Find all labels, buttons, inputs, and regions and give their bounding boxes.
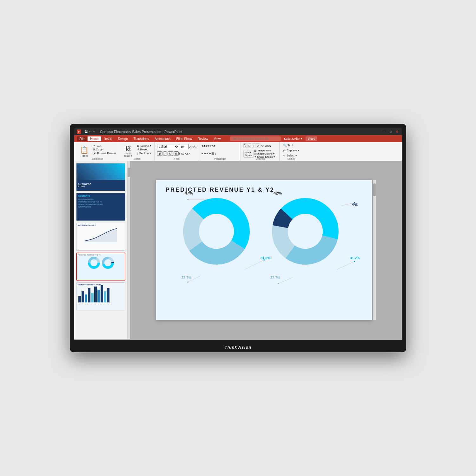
tab-review[interactable]: Review (195, 136, 211, 141)
copy-icon: ⎘ (93, 148, 95, 151)
line-tool[interactable]: ╲ (243, 143, 247, 148)
font-case-button[interactable]: Aa (185, 152, 188, 155)
rect-tool[interactable]: □ (248, 143, 251, 148)
tab-file[interactable]: File (77, 136, 87, 141)
convert-smartart-button[interactable]: ⟳SA (210, 145, 215, 148)
new-slide-button[interactable]: 🖼 New Slide ▾ (122, 145, 135, 159)
quick-styles-button[interactable]: Quick Styles (243, 150, 254, 158)
tab-design[interactable]: Design (116, 136, 130, 141)
svg-point-29 (278, 283, 279, 284)
tab-transitions[interactable]: Transitions (131, 136, 152, 141)
slide-thumb-wrapper-4: 4 PREDICTED REVENUE Y1 & Y2 (76, 253, 125, 281)
align-center-button[interactable]: ≡ (204, 152, 206, 155)
align-left-button[interactable]: ≡ (202, 152, 203, 155)
shadow-button[interactable]: s (179, 152, 181, 155)
chart2-label-right: 9% (352, 203, 358, 207)
slides-group: 🖼 New Slide ▾ ▦ Layout ▾ ↺ Reset § (120, 142, 155, 161)
reset-button[interactable]: ↺ Reset (136, 148, 153, 151)
user-name[interactable]: Katie Jordan ▾ (284, 137, 302, 140)
slide-canvas[interactable]: PREDICTED REVENUE Y1 & Y2 47% (156, 180, 372, 320)
shape-options: ▧ Shape Fill ▾ □ Shape Outline ▾ ✦ Shape… (254, 149, 275, 158)
paragraph-group: ⇅T ≡T ⟳SA ≡ ≡ ≡ ≡ ⊞ ↕ Paragraph (200, 142, 241, 161)
char-spacing-button[interactable]: AV (181, 152, 184, 155)
layout-button[interactable]: ▦ Layout ▾ (136, 144, 153, 148)
tab-home[interactable]: Home (88, 136, 101, 141)
window-title: Contoso Electronics Sales Presentation -… (100, 130, 182, 134)
font-size-increase[interactable]: A↑ (189, 145, 193, 148)
font-color-button[interactable]: A (188, 152, 190, 155)
slide-scrollbar-v[interactable] (373, 180, 376, 320)
slide-thumb-3[interactable]: EMERGING TRENDS (76, 223, 125, 251)
tab-insert[interactable]: Insert (102, 136, 115, 141)
copy-button[interactable]: ⎘ Copy (92, 148, 117, 151)
layout-icon: ▦ (137, 144, 140, 147)
bold-button[interactable]: B (157, 151, 162, 156)
strikethrough-button[interactable]: S (174, 151, 179, 156)
shape-fill-button[interactable]: ▧ Shape Fill ▾ (254, 149, 275, 152)
select-icon: ⊹ (283, 154, 286, 157)
replace-button[interactable]: ⇄ Replace ▾ (282, 149, 301, 152)
quick-access-undo[interactable]: ↩ (89, 130, 92, 133)
justify-button[interactable]: ≡ (209, 152, 211, 155)
window-controls: — ⧉ ✕ (382, 129, 399, 134)
slide-thumb-2[interactable]: CONTENTS EMERGING TRENDS PREDICTED REVEN… (76, 193, 125, 221)
align-text-button[interactable]: ≡T (206, 145, 209, 148)
cut-icon: ✂ (93, 144, 96, 147)
text-direction-button[interactable]: ⇅T (202, 145, 205, 148)
scrollbar-thumb[interactable] (128, 168, 130, 177)
svg-point-12 (199, 214, 234, 249)
paste-button[interactable]: 📋 Paste (77, 145, 91, 159)
quick-access-save[interactable]: 💾 (84, 130, 88, 133)
align-right-button[interactable]: ≡ (207, 152, 208, 155)
cut-button[interactable]: ✂ Cut (92, 144, 117, 148)
section-icon: § (137, 152, 138, 155)
format-painter-button[interactable]: 🖌 Format Painter (92, 151, 117, 155)
tab-animations[interactable]: Animations (152, 136, 173, 141)
replace-icon: ⇄ (283, 149, 286, 152)
columns-button[interactable]: ⊞ (211, 152, 214, 155)
find-button[interactable]: 🔍 Find (282, 143, 294, 147)
font-size-input[interactable] (180, 144, 189, 149)
maximize-button[interactable]: ⧉ (388, 129, 393, 134)
font-row2: B I U S s AV Aa A (157, 151, 190, 156)
minimize-button[interactable]: — (382, 129, 387, 134)
slide-thumb-1[interactable]: BUSINESS PLAN (76, 163, 125, 191)
shape-outline-button[interactable]: □ Shape Outline ▾ (254, 152, 275, 155)
triangle-tool[interactable]: △ (256, 143, 260, 148)
tab-view[interactable]: View (211, 136, 223, 141)
chart2-bottom-left: 37.7% (270, 276, 280, 280)
slide-panel-scrollbar[interactable] (128, 161, 130, 339)
oval-tool[interactable]: ○ (252, 143, 255, 148)
svg-point-8 (105, 260, 110, 265)
quick-access-redo[interactable]: ↪ (93, 130, 96, 133)
new-slide-icon: 🖼 (126, 146, 131, 152)
find-icon: 🔍 (283, 144, 287, 147)
quick-styles-label: Quick (245, 151, 252, 154)
font-size-decrease[interactable]: A↓ (194, 145, 197, 148)
svg-line-28 (278, 277, 293, 284)
tab-slide-show[interactable]: Slide Show (174, 136, 195, 141)
section-button[interactable]: § Section ▾ (136, 151, 153, 155)
format-painter-icon: 🖌 (93, 152, 96, 155)
arrange-button[interactable]: Arrange (261, 144, 271, 147)
italic-button[interactable]: I (163, 151, 167, 156)
line-spacing-button[interactable]: ↕ (215, 152, 216, 155)
slide-thumb-5[interactable]: COMPETITOR REVENUE GRAPH (76, 282, 125, 310)
font-row1: Calibri A↑ A↓ (157, 144, 197, 149)
slide-thumb-wrapper-1: 1 BUSINESS PLAN (76, 163, 125, 191)
select-button[interactable]: ⊹ Select ▾ (282, 154, 298, 157)
slide-scrollbar-thumb[interactable] (373, 183, 376, 196)
share-button[interactable]: Share (306, 136, 317, 141)
chart2-bottom-right: 31.2% (350, 256, 360, 260)
shapes-row: ╲ □ ○ △ Arrange (243, 143, 271, 148)
underline-button[interactable]: U (168, 151, 173, 156)
main-area: 1 BUSINESS PLAN (74, 161, 402, 339)
slide-thumb-4[interactable]: PREDICTED REVENUE Y1 & Y2 (76, 253, 125, 281)
ribbon-search-input[interactable] (230, 136, 281, 141)
drawing-group: ╲ □ ○ △ Arrange Quick Styles ▧ Shape Fil… (241, 142, 280, 161)
font-family-select[interactable]: Calibri (157, 144, 179, 149)
chart1-svg (182, 196, 251, 266)
paragraph-row1: ⇅T ≡T ⟳SA (202, 145, 215, 148)
close-button[interactable]: ✕ (395, 129, 399, 134)
chart2-label-top: 42% (274, 191, 282, 195)
